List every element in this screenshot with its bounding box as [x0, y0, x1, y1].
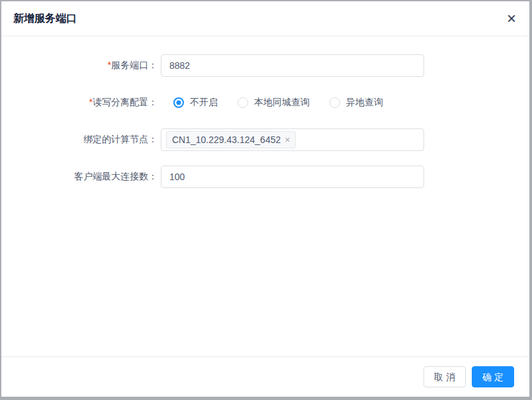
- max-connections-input[interactable]: [161, 166, 424, 188]
- rw-split-label-text: 读写分离配置：: [93, 97, 157, 107]
- rw-split-label: *读写分离配置：: [1, 97, 157, 109]
- dialog-body: *服务端口： *读写分离配置： 不开启 本地同城查询 异地查询: [1, 36, 529, 356]
- dialog-header: 新增服务端口 ×: [1, 1, 529, 36]
- dialog-footer: 取消 确定: [1, 356, 529, 397]
- radio-option-remote-query[interactable]: 异地查询: [330, 97, 383, 109]
- radio-option-disabled[interactable]: 不开启: [173, 97, 218, 109]
- bound-node-label-text: 绑定的计算节点：: [83, 134, 157, 144]
- service-port-input[interactable]: [161, 54, 424, 77]
- bound-node-label: 绑定的计算节点：: [1, 134, 157, 146]
- bound-node-tag: CN1_10.229.43.124_6452 ×: [166, 131, 296, 148]
- close-icon[interactable]: ×: [506, 11, 517, 26]
- cancel-button[interactable]: 取消: [423, 366, 466, 387]
- rw-split-radio-group: 不开启 本地同城查询 异地查询: [161, 91, 403, 114]
- service-port-label-text: 服务端口：: [111, 60, 157, 70]
- bound-node-select[interactable]: CN1_10.229.43.124_6452 ×: [161, 128, 424, 151]
- tag-remove-icon[interactable]: ×: [285, 135, 290, 144]
- bound-node-tag-text: CN1_10.229.43.124_6452: [172, 134, 281, 145]
- service-port-label: *服务端口：: [1, 60, 157, 72]
- confirm-button[interactable]: 确定: [472, 366, 514, 387]
- radio-unselected-icon[interactable]: [330, 97, 340, 108]
- max-connections-label-text: 客户端最大连接数：: [74, 171, 157, 181]
- form-row-bound-node: 绑定的计算节点： CN1_10.229.43.124_6452 ×: [1, 128, 529, 151]
- add-service-port-dialog: 新增服务端口 × *服务端口： *读写分离配置： 不开启 本地同城查询: [1, 1, 529, 397]
- radio-unselected-icon[interactable]: [238, 97, 248, 108]
- radio-option-local-city-query[interactable]: 本地同城查询: [238, 97, 310, 109]
- form-row-max-connections: 客户端最大连接数：: [1, 166, 529, 188]
- dialog-title: 新增服务端口: [13, 12, 77, 26]
- max-connections-label: 客户端最大连接数：: [1, 171, 157, 183]
- radio-option-label: 异地查询: [346, 97, 383, 109]
- radio-selected-icon[interactable]: [173, 97, 184, 108]
- max-connections-control: [161, 166, 424, 188]
- form-row-service-port: *服务端口：: [1, 54, 529, 77]
- service-port-control: [161, 54, 424, 77]
- form-row-rw-split: *读写分离配置： 不开启 本地同城查询 异地查询: [1, 91, 529, 114]
- bound-node-control: CN1_10.229.43.124_6452 ×: [161, 128, 424, 151]
- radio-option-label: 不开启: [190, 97, 218, 109]
- radio-option-label: 本地同城查询: [254, 97, 310, 109]
